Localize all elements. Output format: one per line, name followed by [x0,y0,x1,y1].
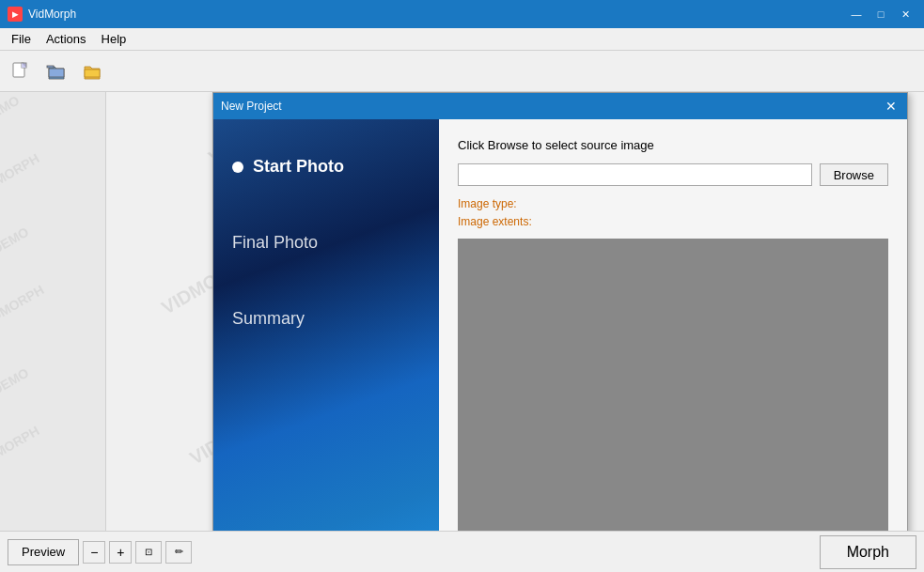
svg-rect-3 [47,66,54,68]
wizard-step-label-3: Summary [232,309,305,329]
preview-button[interactable]: Preview [8,539,79,565]
folder-icon [82,61,102,82]
app-sidebar: DEMO VIDMORPH DEMO VIDMORPH DEMO VIDMORP… [0,92,106,531]
open-icon [46,61,67,82]
dialog-area: VIDMORPH.COM VIDMORPH.COM VIDMORPH.COM V… [106,92,924,531]
image-extents-label: Image extents: [458,213,888,231]
zoom-controls: − + ⊡ ✏ [83,541,192,564]
close-button[interactable]: ✕ [894,5,916,23]
sidebar-watermark: DEMO VIDMORPH DEMO VIDMORPH DEMO VIDMORP… [0,92,105,531]
app-window: ▶ VidMorph — □ ✕ File Actions Help [0,0,924,572]
menu-file[interactable]: File [4,30,39,48]
dialog-title: New Project [221,100,282,113]
app-title: VidMorph [28,8,76,21]
browse-row: Browse [458,163,888,186]
zoom-out-button[interactable]: − [83,541,105,564]
minimize-button[interactable]: — [845,5,868,23]
bottom-bar-left: Preview − + ⊡ ✏ [8,539,192,565]
image-type-label: Image type: [458,195,888,213]
image-preview [458,239,888,531]
new-icon [10,61,31,82]
title-bar-left: ▶ VidMorph [8,7,76,22]
wizard-sidebar: Start Photo Final Photo Summary [213,119,439,531]
wizard-step-bullet-1 [232,162,243,173]
wizard-step-label-2: Final Photo [232,233,318,253]
title-bar: ▶ VidMorph — □ ✕ [0,0,924,28]
dialog-title-bar: New Project ✕ [213,93,907,119]
app-icon: ▶ [8,7,23,22]
maximize-button[interactable]: □ [869,5,892,23]
wizard-step-final-photo[interactable]: Final Photo [232,233,318,253]
toolbar-new-button[interactable] [4,54,38,88]
wizard-content: Click Browse to select source image Brow… [439,119,907,531]
zoom-in-button[interactable]: + [109,541,132,564]
bottom-bar-right: Morph [820,535,916,569]
image-info: Image type: Image extents: [458,195,888,231]
dialog-body: Start Photo Final Photo Summary Cli [213,119,907,531]
zoom-fit-button[interactable]: ⊡ [135,541,162,564]
new-project-dialog: New Project ✕ Start Photo Final [212,92,908,531]
menu-actions[interactable]: Actions [39,30,94,48]
browse-button[interactable]: Browse [820,163,888,186]
toolbar-open-button[interactable] [39,54,73,88]
zoom-tool-button[interactable]: ✏ [165,541,192,564]
toolbar-folder-button[interactable] [75,54,109,88]
menu-help[interactable]: Help [94,30,134,48]
main-content: DEMO VIDMORPH DEMO VIDMORPH DEMO VIDMORP… [0,92,924,531]
morph-button[interactable]: Morph [820,535,916,569]
wizard-step-label-1: Start Photo [253,157,344,177]
file-path-input[interactable] [458,163,812,186]
wizard-step-start-photo[interactable]: Start Photo [232,157,344,177]
instruction-text: Click Browse to select source image [458,138,888,152]
toolbar [0,51,924,92]
bottom-bar: Preview − + ⊡ ✏ Morph [0,531,924,572]
dialog-close-button[interactable]: ✕ [883,98,900,115]
title-bar-controls: — □ ✕ [845,5,916,23]
wizard-step-summary[interactable]: Summary [232,309,305,329]
menu-bar: File Actions Help [0,28,924,51]
